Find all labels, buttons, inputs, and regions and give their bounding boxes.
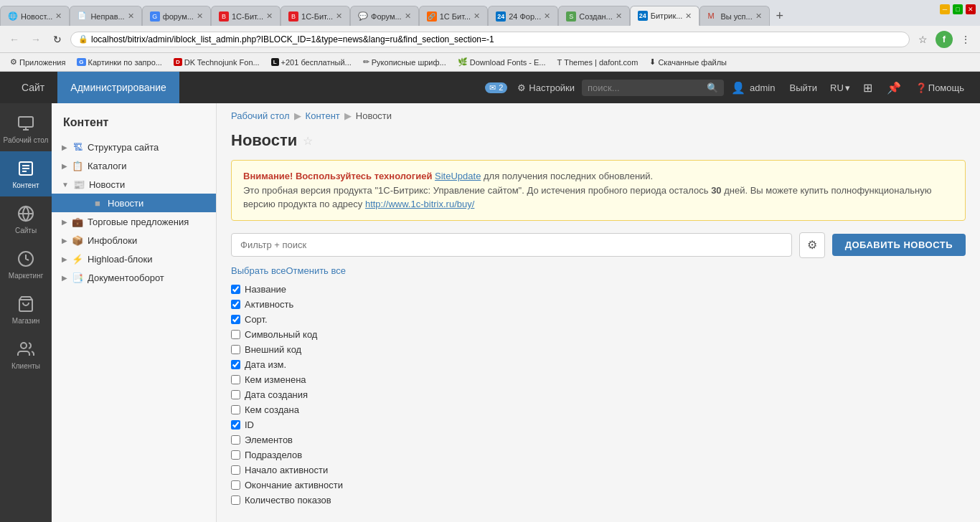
tab-close-1[interactable]: ✕	[128, 11, 134, 21]
col-checkbox-name[interactable]: Название	[231, 282, 966, 297]
alert-buy-link[interactable]: http://www.1c-bitrix.ru/buy/	[365, 199, 474, 209]
tab-close-9[interactable]: ✕	[685, 11, 692, 21]
col-checkbox-date-modified[interactable]: Дата изм.	[231, 357, 966, 372]
tab-close-8[interactable]: ✕	[616, 11, 622, 21]
sidebar-item-marketing[interactable]: Маркетинг	[0, 242, 52, 287]
checkbox-active[interactable]	[231, 300, 240, 309]
bookmark-apps[interactable]: ⚙ Приложения	[6, 56, 70, 68]
nav-item-news-parent[interactable]: ▼ 📰 Новости	[52, 175, 216, 194]
search-icon[interactable]: 🔍	[707, 82, 718, 93]
col-checkbox-created-by[interactable]: Кем создана	[231, 402, 966, 417]
col-checkbox-elements[interactable]: Элементов	[231, 432, 966, 447]
select-all-link[interactable]: Выбрать все	[231, 265, 286, 276]
close-button[interactable]: ✕	[966, 4, 976, 14]
browser-tab-6[interactable]: 🔗 1С Бит... ✕	[419, 6, 488, 26]
browser-tab-4[interactable]: B 1С-Бит... ✕	[281, 6, 350, 26]
breadcrumb-content[interactable]: Контент	[306, 110, 340, 121]
checkbox-date-created[interactable]	[231, 390, 240, 399]
tab-close-3[interactable]: ✕	[266, 11, 273, 21]
tab-close-6[interactable]: ✕	[473, 11, 480, 21]
bookmark-downloads[interactable]: ⬇ Скачанные файлы	[645, 56, 731, 68]
tab-close-2[interactable]: ✕	[197, 11, 203, 21]
bookmark-free-fonts[interactable]: L +201 бесплатный...	[267, 57, 356, 68]
menu-button[interactable]: ⋮	[957, 31, 974, 48]
col-checkbox-active[interactable]: Активность	[231, 297, 966, 312]
address-bar[interactable]: 🔒	[70, 32, 910, 47]
favorite-star-icon[interactable]: ☆	[303, 134, 313, 148]
checkbox-id[interactable]	[231, 420, 240, 430]
tab-close-10[interactable]: ✕	[755, 11, 762, 21]
browser-tab-3[interactable]: B 1С-Бит... ✕	[211, 6, 281, 26]
back-button[interactable]: ←	[6, 31, 23, 48]
nav-item-trade-offers[interactable]: ▶ 💼 Торговые предложения	[52, 212, 216, 231]
checkbox-start-activity[interactable]	[231, 465, 240, 475]
browser-tab-5[interactable]: 💬 Форум... ✕	[350, 6, 419, 26]
sidebar-item-sites[interactable]: Сайты	[0, 196, 52, 242]
admin-tab[interactable]: Администрирование	[57, 72, 179, 103]
tab-close-0[interactable]: ✕	[55, 11, 62, 21]
alert-siteupdate-link[interactable]: SiteUpdate	[435, 171, 481, 181]
breadcrumb-desktop[interactable]: Рабочий стол	[231, 110, 290, 121]
checkbox-external-code[interactable]	[231, 345, 240, 354]
nav-item-structure[interactable]: ▶ 🏗 Структура сайта	[52, 138, 216, 156]
reload-button[interactable]: ↻	[49, 31, 66, 48]
browser-tab-9[interactable]: 24 Битрик... ✕	[630, 6, 700, 26]
settings-nav-button[interactable]: ⚙ Настройки	[510, 82, 582, 93]
topnav-icons[interactable]: ⊞	[856, 81, 880, 95]
forward-button[interactable]: →	[27, 31, 44, 48]
sidebar-item-clients[interactable]: Клиенты	[0, 332, 52, 377]
bookmark-google-images[interactable]: G Картинки по запро...	[72, 57, 166, 68]
bookmark-dk-font[interactable]: D DK Technojunk Fon...	[169, 57, 264, 68]
browser-tab-7[interactable]: 24 24 Фор... ✕	[488, 6, 558, 26]
profile-button[interactable]: f	[936, 31, 953, 48]
filter-settings-button[interactable]: ⚙	[799, 232, 825, 258]
sidebar-item-content[interactable]: Контент	[0, 151, 52, 196]
bookmark-handwritten[interactable]: ✏ Рукописные шриф...	[359, 56, 451, 68]
checkbox-sort[interactable]	[231, 315, 240, 324]
tab-close-4[interactable]: ✕	[336, 11, 342, 21]
browser-tab-2[interactable]: G форум... ✕	[142, 6, 211, 26]
browser-tab-8[interactable]: S Создан... ✕	[558, 6, 630, 26]
address-input[interactable]	[91, 34, 902, 44]
checkbox-date-modified[interactable]	[231, 360, 240, 369]
bookmark-download-fonts[interactable]: 🌿 Download Fonts - E...	[453, 56, 550, 68]
checkbox-modified-by[interactable]	[231, 375, 240, 384]
notification-badge[interactable]: ✉ 2	[485, 82, 507, 93]
logout-button[interactable]: Выйти	[783, 82, 825, 93]
col-checkbox-end-activity[interactable]: Окончание активности	[231, 478, 966, 493]
search-input[interactable]	[588, 82, 702, 93]
topnav-pin[interactable]: 📌	[880, 81, 908, 95]
user-menu[interactable]: 👤 admin	[724, 81, 782, 95]
nav-item-infoblocks[interactable]: ▶ 📦 Инфоблоки	[52, 231, 216, 250]
col-checkbox-modified-by[interactable]: Кем изменена	[231, 372, 966, 387]
checkbox-views-count[interactable]	[231, 495, 240, 505]
maximize-button[interactable]: □	[953, 4, 963, 14]
sidebar-item-desktop[interactable]: Рабочий стол	[0, 106, 52, 151]
col-checkbox-start-activity[interactable]: Начало активности	[231, 462, 966, 478]
nav-item-docs[interactable]: ▶ 📑 Документооборот	[52, 268, 216, 287]
nav-item-highload[interactable]: ▶ ⚡ Highload-блоки	[52, 250, 216, 268]
col-checkbox-symbolic-code[interactable]: Символьный код	[231, 327, 966, 342]
checkbox-created-by[interactable]	[231, 405, 240, 414]
bookmark-star-button[interactable]: ☆	[914, 31, 931, 48]
bookmark-dafont[interactable]: T Themes | dafont.com	[553, 57, 643, 68]
checkbox-end-activity[interactable]	[231, 480, 240, 490]
sidebar-item-shop[interactable]: Магазин	[0, 287, 52, 332]
deselect-all-link[interactable]: Отменить все	[286, 265, 346, 276]
col-checkbox-subdivisions[interactable]: Подразделов	[231, 447, 966, 462]
add-news-button[interactable]: ДОБАВИТЬ НОВОСТЬ	[832, 234, 966, 256]
new-tab-button[interactable]: +	[770, 6, 790, 26]
col-checkbox-id[interactable]: ID	[231, 417, 966, 432]
help-button[interactable]: ❓ Помощь	[908, 82, 971, 93]
checkbox-name[interactable]	[231, 285, 240, 294]
checkbox-subdivisions[interactable]	[231, 450, 240, 460]
col-checkbox-external-code[interactable]: Внешний код	[231, 342, 966, 357]
site-tab[interactable]: Сайт	[9, 72, 57, 103]
minimize-button[interactable]: ─	[940, 4, 950, 14]
browser-tab-10[interactable]: M Вы усп... ✕	[699, 6, 769, 26]
language-selector[interactable]: RU ▾	[824, 82, 856, 93]
tab-close-7[interactable]: ✕	[544, 11, 550, 21]
col-checkbox-date-created[interactable]: Дата создания	[231, 387, 966, 402]
browser-tab-0[interactable]: 🌐 Новост... ✕	[0, 6, 70, 26]
checkbox-symbolic-code[interactable]	[231, 330, 240, 339]
